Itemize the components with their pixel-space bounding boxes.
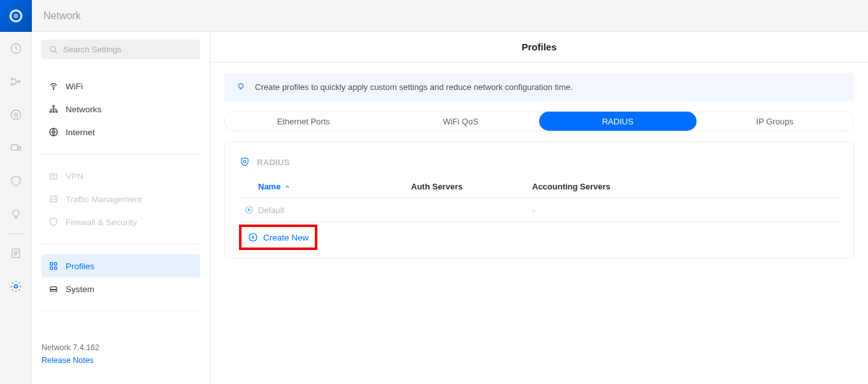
app-header: Network: [32, 0, 868, 32]
icon-rail: [0, 0, 32, 384]
table-head: Name Auth Servers Accounting Servers: [239, 182, 839, 198]
svg-point-28: [239, 84, 243, 88]
svg-rect-26: [50, 287, 57, 290]
svg-point-25: [54, 267, 57, 269]
sidebar-item-label: Profiles: [66, 262, 94, 271]
firewall-icon: [48, 217, 59, 227]
svg-rect-27: [50, 290, 57, 292]
app-title: Network: [43, 10, 81, 22]
main-container: Network WiFi Networks: [32, 0, 868, 384]
search-icon: [49, 45, 58, 54]
dashboard-icon[interactable]: [0, 32, 32, 65]
vpn-icon: [48, 171, 59, 181]
svg-point-17: [53, 111, 55, 113]
search-box[interactable]: [41, 40, 200, 59]
col-acct-header: Accounting Servers: [532, 182, 833, 191]
insights-icon[interactable]: [0, 198, 32, 231]
internet-icon: [48, 127, 59, 137]
sidebar-item-system[interactable]: System: [41, 277, 200, 300]
svg-point-3: [11, 78, 13, 80]
sidebar-item-label: VPN: [66, 172, 83, 181]
table-row[interactable]: Default -: [239, 198, 839, 222]
sidebar-item-vpn[interactable]: VPN: [41, 165, 200, 188]
sidebar-item-traffic[interactable]: Traffic Management: [41, 188, 200, 210]
shield-icon: [239, 156, 250, 168]
divider: [41, 244, 200, 244]
sidebar-item-wifi[interactable]: WiFi: [41, 75, 200, 98]
settings-icon[interactable]: [0, 270, 32, 303]
tab-ip-groups[interactable]: IP Groups: [697, 112, 854, 131]
svg-point-12: [14, 285, 17, 288]
search-input[interactable]: [63, 45, 192, 54]
content-row: WiFi Networks Internet VPN: [32, 32, 868, 384]
svg-rect-20: [50, 174, 57, 179]
col-auth-header: Auth Servers: [411, 182, 532, 191]
svg-point-18: [55, 111, 57, 113]
system-icon: [48, 284, 59, 294]
sidebar-item-label: WiFi: [66, 82, 83, 91]
tab-bar: Ethernet Ports WiFi QoS RADIUS IP Groups: [224, 111, 854, 131]
svg-rect-22: [50, 263, 53, 265]
page-content: Create profiles to quickly apply custom …: [210, 63, 868, 269]
svg-point-16: [50, 111, 52, 113]
svg-point-13: [50, 46, 55, 51]
svg-rect-8: [11, 145, 17, 150]
create-new-button[interactable]: Create New: [239, 225, 317, 250]
svg-point-10: [13, 210, 19, 216]
rail-separator: [9, 233, 23, 234]
play-icon: [244, 205, 258, 215]
app-logo[interactable]: [0, 0, 32, 32]
sidebar-item-profiles[interactable]: Profiles: [41, 255, 200, 277]
sidebar-item-label: Firewall & Security: [66, 218, 137, 227]
client-devices-icon[interactable]: [0, 131, 32, 165]
page-title: Profiles: [521, 41, 556, 52]
sidebar-item-label: Internet: [66, 128, 95, 137]
tab-wifi-qos[interactable]: WiFi QoS: [382, 112, 540, 131]
sidebar-item-firewall[interactable]: Firewall & Security: [41, 210, 200, 233]
row-name: Default: [258, 205, 411, 215]
sidebar-item-label: Traffic Management: [66, 195, 141, 204]
svg-point-7: [14, 114, 17, 117]
panel-head: RADIUS: [239, 156, 839, 168]
sidebar-footer: Network 7.4.162 Release Notes: [41, 343, 200, 376]
profiles-icon: [48, 261, 59, 271]
banner-text: Create profiles to quickly apply custom …: [255, 82, 573, 92]
topology-icon[interactable]: [0, 65, 32, 98]
version-text: Network 7.4.162: [41, 343, 200, 352]
sidebar-item-label: System: [66, 284, 94, 294]
tab-ethernet-ports[interactable]: Ethernet Ports: [225, 112, 382, 131]
svg-rect-24: [50, 267, 53, 269]
svg-point-6: [11, 110, 20, 120]
wifi-icon: [48, 81, 59, 91]
sidebar-item-label: Networks: [66, 105, 101, 114]
info-banner: Create profiles to quickly apply custom …: [224, 73, 854, 101]
unifi-devices-icon[interactable]: [0, 98, 32, 131]
lightbulb-icon: [236, 82, 246, 92]
networks-icon: [48, 104, 59, 114]
divider: [41, 311, 200, 311]
svg-point-5: [18, 80, 20, 82]
security-icon[interactable]: [0, 165, 32, 198]
system-log-icon[interactable]: [0, 237, 32, 270]
col-name-header[interactable]: Name: [258, 182, 411, 191]
radius-panel: RADIUS Name Auth Servers Accounting Serv…: [224, 142, 854, 258]
tab-radius[interactable]: RADIUS: [539, 112, 697, 131]
svg-rect-23: [54, 263, 57, 265]
sidebar: WiFi Networks Internet VPN: [32, 32, 210, 384]
page: Profiles Create profiles to quickly appl…: [210, 32, 868, 384]
svg-rect-9: [18, 147, 20, 151]
row-acct: -: [532, 205, 833, 215]
create-new-label: Create New: [263, 233, 308, 242]
sort-asc-icon: [284, 184, 291, 190]
svg-point-1: [13, 13, 18, 18]
release-notes-link[interactable]: Release Notes: [41, 356, 200, 365]
traffic-icon: [48, 194, 59, 204]
divider: [41, 154, 200, 154]
plus-circle-icon: [248, 232, 258, 242]
sidebar-item-networks[interactable]: Networks: [41, 98, 200, 121]
svg-point-14: [53, 89, 54, 89]
svg-point-15: [53, 105, 55, 107]
panel-head-text: RADIUS: [257, 158, 290, 167]
page-header: Profiles: [210, 32, 868, 63]
sidebar-item-internet[interactable]: Internet: [41, 121, 200, 144]
